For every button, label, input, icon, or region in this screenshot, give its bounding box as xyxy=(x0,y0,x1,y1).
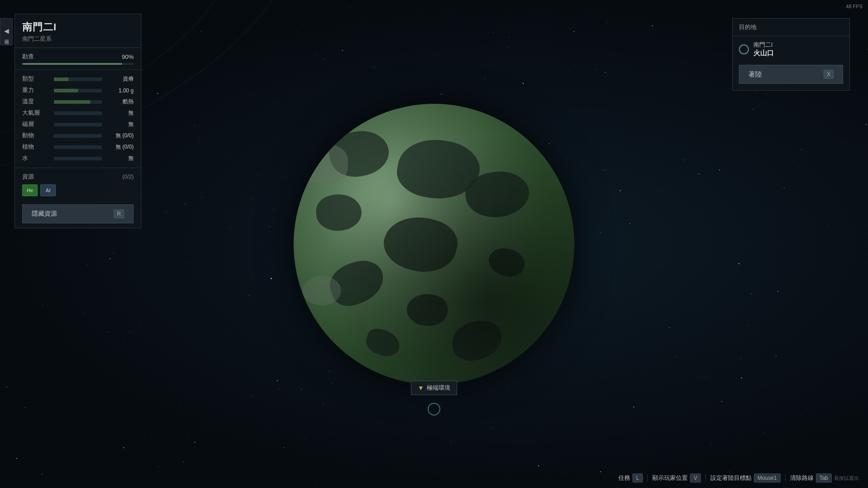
hud-label-3: 清除路線 xyxy=(790,474,814,482)
stat-label: 重力 xyxy=(22,87,49,94)
hud-item-2: 設定著陸目標點 Mouse1 xyxy=(710,474,781,483)
survey-bar-fill xyxy=(22,63,122,65)
stat-bar-bg xyxy=(54,157,102,160)
stat-row: 類型 資瘠 xyxy=(15,73,141,85)
stat-row: 水 無 xyxy=(15,153,141,164)
stat-bar-bg xyxy=(54,77,102,81)
orbit-indicator xyxy=(428,403,440,416)
hud-separator xyxy=(705,474,706,482)
destination-planet: 南門二I xyxy=(753,41,774,49)
stat-label: 水 xyxy=(22,155,49,162)
stat-bar-bg xyxy=(54,145,102,149)
warning-icon: ▼ xyxy=(418,384,424,391)
stat-label: 大氣層 xyxy=(22,109,49,117)
stat-bar-fill xyxy=(54,77,68,81)
stat-row: 磁層 無 xyxy=(15,119,141,130)
stat-bar-bg xyxy=(54,100,102,104)
stat-label: 植物 xyxy=(22,143,49,151)
stat-value: 無 (0/0) xyxy=(106,132,134,140)
resources-section: 資源 (0/2) HeAl xyxy=(15,168,141,201)
survey-section: 勘查 90% xyxy=(15,48,141,70)
stat-value: 無 xyxy=(106,121,134,128)
stat-bar-bg xyxy=(54,89,102,92)
stat-row: 重力 1.00 g xyxy=(15,85,141,96)
destination-header: 目的地 xyxy=(733,19,849,36)
land-key: X xyxy=(824,70,834,79)
resource-items: HeAl xyxy=(22,184,134,196)
stat-bar-bg xyxy=(54,123,102,126)
hud-label-1: 顯示玩家位置 xyxy=(652,474,688,482)
hud-sublabel-3: 長按以退出 xyxy=(834,475,859,482)
hud-item-0: 任務 L xyxy=(618,474,643,483)
stat-value: 無 xyxy=(106,155,134,162)
resource-item-Al: Al xyxy=(40,184,56,196)
hud-key-3[interactable]: Tab xyxy=(816,474,832,483)
panel-header: 南門二I 南門二星系 xyxy=(15,14,141,48)
hud-label-2: 設定著陸目標點 xyxy=(710,474,752,482)
rocky-area-1 xyxy=(298,145,348,183)
land-label: 著陸 xyxy=(748,70,762,79)
stat-row: 動物 無 (0/0) xyxy=(15,130,141,141)
resources-label: 資源 xyxy=(22,173,34,181)
destination-circle-icon xyxy=(739,44,749,54)
stat-value: 無 xyxy=(106,109,134,117)
stat-row: 大氣層 無 xyxy=(15,107,141,119)
destination-info: 南門二I 火山口 xyxy=(753,41,774,58)
fps-counter: 48 FPS xyxy=(846,4,863,9)
extreme-environment-badge: ▼ 極端環境 xyxy=(411,381,457,395)
survey-percent: 90% xyxy=(122,53,134,60)
collapse-arrow-icon: ◀ xyxy=(4,27,9,34)
resources-count: (0/2) xyxy=(122,174,134,180)
planet-container[interactable] xyxy=(294,104,574,385)
stat-bar-bg xyxy=(54,134,102,138)
hud-key-0[interactable]: L xyxy=(632,474,643,483)
stat-row: 植物 無 (0/0) xyxy=(15,141,141,153)
hide-resources-key: R xyxy=(114,209,124,218)
bottom-hud: 任務 L顯示玩家位置 V設定著陸目標點 Mouse1清除路線 Tab長按以退出 xyxy=(0,474,868,483)
survey-bar-bg xyxy=(22,63,134,65)
hud-key-1[interactable]: V xyxy=(690,474,701,483)
survey-label: 勘查 xyxy=(22,53,34,61)
destination-item: 南門二I 火山口 xyxy=(733,36,849,62)
hud-key-2[interactable]: Mouse1 xyxy=(754,474,781,483)
land-button[interactable]: 著陸 X xyxy=(739,65,843,84)
destination-location: 火山口 xyxy=(753,49,774,58)
stat-row: 溫度 酷熱 xyxy=(15,96,141,107)
rocky-area-2 xyxy=(303,276,341,305)
stat-bar-fill xyxy=(54,89,78,92)
hud-item-1: 顯示玩家位置 V xyxy=(652,474,701,483)
hide-resources-button[interactable]: 隱藏資源 R xyxy=(22,204,134,223)
stat-value: 1.00 g xyxy=(106,87,134,94)
hud-item-3: 清除路線 Tab長按以退出 xyxy=(790,474,859,483)
stat-bar-fill xyxy=(54,100,90,104)
planet-name: 南門二I xyxy=(22,20,134,34)
stat-label: 動物 xyxy=(22,132,49,140)
hide-resources-label: 隱藏資源 xyxy=(32,210,57,218)
stat-label: 溫度 xyxy=(22,98,49,106)
stat-value: 無 (0/0) xyxy=(106,143,134,151)
destination-panel: 目的地 南門二I 火山口 著陸 X xyxy=(732,18,850,91)
stat-bar-bg xyxy=(54,111,102,115)
stats-section: 類型 資瘠 重力 1.00 g 溫度 酷熱 大氣層 無 磁層 xyxy=(15,70,141,168)
planet-info-panel: 南門二I 南門二星系 勘查 90% 類型 資瘠 重力 1.00 g 溫度 xyxy=(14,14,141,228)
extreme-label: 極端環境 xyxy=(427,384,450,392)
planet-sphere xyxy=(294,104,574,385)
hud-label-0: 任務 xyxy=(618,474,630,482)
resource-item-He: He xyxy=(22,184,38,196)
stat-value: 資瘠 xyxy=(106,75,134,83)
stat-label: 類型 xyxy=(22,75,49,83)
hud-separator xyxy=(785,474,786,482)
system-name: 南門二星系 xyxy=(22,35,134,43)
stat-label: 磁層 xyxy=(22,121,49,128)
hud-separator xyxy=(647,474,648,482)
stat-value: 酷熱 xyxy=(106,98,134,106)
sidebar-collapse-button[interactable]: ◀ 國 咖 xyxy=(0,18,13,45)
